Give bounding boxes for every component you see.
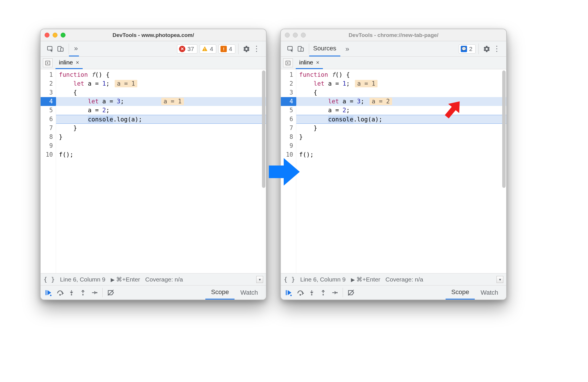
- more-panels-icon: »: [72, 44, 76, 52]
- watch-tab[interactable]: Watch: [235, 285, 264, 300]
- svg-point-8: [71, 294, 72, 296]
- execution-line-marker: 4: [281, 97, 296, 106]
- resume-icon[interactable]: [43, 287, 54, 298]
- issue-icon: !: [220, 46, 227, 52]
- deactivate-breakpoints-icon[interactable]: [105, 287, 116, 298]
- console-toggle-icon[interactable]: ▾: [256, 276, 263, 283]
- svg-point-19: [323, 294, 324, 296]
- settings-icon[interactable]: [241, 44, 252, 54]
- step-into-icon[interactable]: [66, 287, 77, 298]
- scrollbar[interactable]: [502, 70, 506, 188]
- cursor-position: Line 6, Column 9: [60, 276, 106, 283]
- settings-icon[interactable]: [482, 44, 492, 54]
- device-toggle-icon[interactable]: [55, 44, 66, 54]
- kebab-menu-icon[interactable]: ⋮: [252, 44, 261, 53]
- step-into-icon[interactable]: [306, 287, 317, 298]
- svg-point-10: [96, 292, 98, 293]
- status-bar: { } Line 6, Column 9 ▶ ⌘+Enter Coverage:…: [41, 273, 266, 285]
- debugger-toolbar: Scope Watch: [281, 285, 506, 300]
- minimize-window-button[interactable]: [53, 33, 57, 38]
- close-window-button[interactable]: [45, 33, 49, 38]
- scope-tab[interactable]: Scope: [205, 285, 235, 300]
- code-area[interactable]: function f() { let a = 1;a = 1 { let a =…: [296, 69, 506, 273]
- step-icon[interactable]: [89, 287, 100, 298]
- svg-rect-2: [61, 48, 63, 51]
- scope-tab[interactable]: Scope: [446, 285, 475, 300]
- status-bar: { } Line 6, Column 9 ▶ ⌘+Enter Coverage:…: [281, 273, 506, 285]
- run-shortcut: ⌘+Enter: [116, 276, 140, 283]
- coverage-label: Coverage: n/a: [145, 276, 183, 283]
- issues-badge[interactable]: ! 4: [218, 44, 235, 54]
- warning-triangle-icon: [202, 46, 208, 52]
- svg-rect-0: [47, 46, 52, 50]
- issues-count: 2: [469, 46, 472, 52]
- titlebar: DevTools - www.photopea.com/: [41, 29, 266, 41]
- debugger-toolbar: Scope Watch: [41, 285, 266, 300]
- zoom-window-button[interactable]: [61, 33, 65, 38]
- close-tab-icon[interactable]: ×: [76, 59, 79, 66]
- step-icon[interactable]: [329, 287, 340, 298]
- svg-point-7: [59, 294, 61, 295]
- line-gutter: 123 4 567 8910: [41, 69, 56, 273]
- warnings-badge[interactable]: 4: [200, 44, 216, 54]
- inline-value: a = 2: [370, 98, 392, 105]
- svg-rect-3: [204, 48, 205, 50]
- active-panel-tab[interactable]: »: [69, 41, 79, 56]
- issues-badge[interactable]: 💬 2: [459, 44, 476, 54]
- inspect-element-icon[interactable]: [45, 44, 55, 54]
- callout-arrow-icon: [440, 97, 466, 123]
- execution-line-marker: 4: [41, 97, 56, 106]
- navigator-toggle-icon[interactable]: [43, 58, 53, 67]
- sources-panel-tab[interactable]: Sources: [309, 41, 340, 56]
- kebab-menu-icon[interactable]: ⋮: [492, 44, 502, 53]
- minimize-window-button[interactable]: [293, 33, 298, 38]
- errors-badge[interactable]: ✕ 37: [177, 44, 197, 54]
- deactivate-breakpoints-icon[interactable]: [345, 287, 357, 298]
- code-editor[interactable]: 123 4 567 8910 function f() { let a = 1;…: [41, 69, 266, 273]
- titlebar: DevTools - chrome://new-tab-page/: [281, 29, 506, 41]
- more-panels-icon[interactable]: »: [340, 41, 350, 56]
- step-out-icon[interactable]: [77, 287, 89, 298]
- device-toggle-icon[interactable]: [296, 44, 306, 54]
- step-out-icon[interactable]: [317, 287, 329, 298]
- close-window-button[interactable]: [285, 33, 290, 38]
- navigator-toggle-icon[interactable]: [283, 58, 293, 67]
- issues-count: 4: [229, 46, 232, 52]
- errors-count: 37: [187, 46, 194, 52]
- svg-point-20: [336, 292, 338, 293]
- file-tab-inline[interactable]: inline ×: [296, 57, 323, 69]
- issue-icon: 💬: [461, 46, 467, 52]
- svg-rect-6: [45, 290, 46, 295]
- close-tab-icon[interactable]: ×: [316, 59, 319, 66]
- window-controls: [45, 33, 65, 38]
- resume-icon[interactable]: [283, 287, 295, 298]
- pretty-print-icon[interactable]: { }: [43, 276, 55, 283]
- file-tabbar: inline ×: [41, 57, 266, 69]
- devtools-window-left: DevTools - www.photopea.com/ » ✕ 37: [40, 29, 267, 300]
- svg-point-9: [82, 294, 84, 296]
- cursor-position: Line 6, Column 9: [300, 276, 346, 283]
- window-controls: [285, 33, 306, 38]
- devtools-window-right: DevTools - chrome://new-tab-page/ Source…: [280, 29, 507, 300]
- transition-arrow-icon: [267, 155, 301, 189]
- step-over-icon[interactable]: [295, 287, 306, 298]
- step-over-icon[interactable]: [54, 287, 66, 298]
- file-tab-label: inline: [299, 59, 313, 66]
- console-toggle-icon[interactable]: ▾: [496, 276, 503, 283]
- inspect-element-icon[interactable]: [285, 44, 296, 54]
- pretty-print-icon[interactable]: { }: [284, 276, 295, 283]
- error-icon: ✕: [179, 46, 185, 52]
- main-toolbar: » ✕ 37 4 ! 4: [41, 41, 266, 57]
- code-editor[interactable]: 123 4 567 8910 function f() { let a = 1;…: [281, 69, 506, 273]
- window-title: DevTools - chrome://new-tab-page/: [281, 32, 506, 38]
- code-area[interactable]: function f() { let a = 1;a = 1 { let a =…: [56, 69, 266, 273]
- svg-rect-4: [204, 50, 205, 50]
- file-tabbar: inline ×: [281, 57, 506, 69]
- scrollbar[interactable]: [262, 70, 265, 188]
- zoom-window-button[interactable]: [301, 33, 306, 38]
- window-title: DevTools - www.photopea.com/: [41, 32, 266, 38]
- svg-rect-14: [301, 48, 303, 51]
- watch-tab[interactable]: Watch: [475, 285, 504, 300]
- inline-value: a = 1: [355, 80, 378, 87]
- file-tab-inline[interactable]: inline ×: [55, 57, 83, 69]
